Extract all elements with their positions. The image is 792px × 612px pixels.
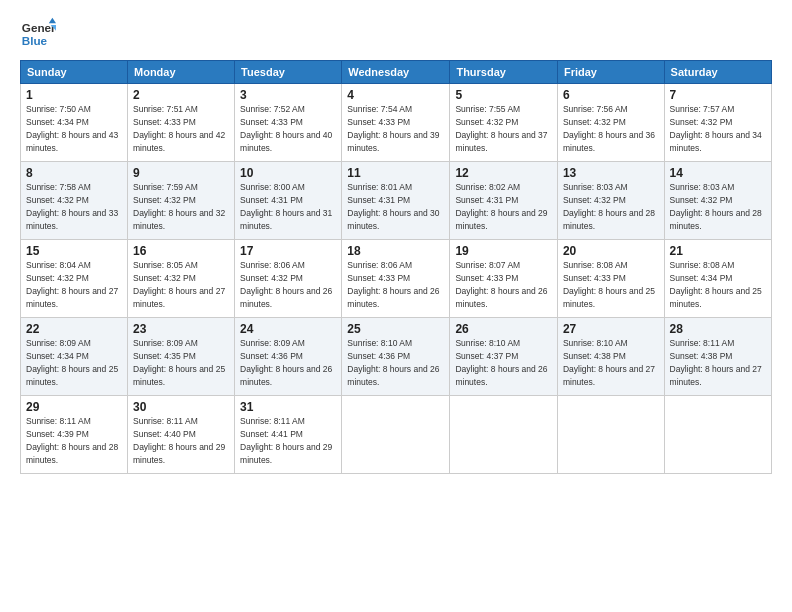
calendar-day-cell: 28 Sunrise: 8:11 AMSunset: 4:38 PMDaylig… bbox=[664, 318, 771, 396]
day-number: 2 bbox=[133, 88, 229, 102]
weekday-header: Friday bbox=[557, 61, 664, 84]
day-number: 19 bbox=[455, 244, 552, 258]
calendar-day-cell: 19 Sunrise: 8:07 AMSunset: 4:33 PMDaylig… bbox=[450, 240, 558, 318]
calendar-day-cell: 24 Sunrise: 8:09 AMSunset: 4:36 PMDaylig… bbox=[235, 318, 342, 396]
day-number: 10 bbox=[240, 166, 336, 180]
day-number: 9 bbox=[133, 166, 229, 180]
day-number: 21 bbox=[670, 244, 766, 258]
calendar-day-cell: 14 Sunrise: 8:03 AMSunset: 4:32 PMDaylig… bbox=[664, 162, 771, 240]
calendar-header-row: SundayMondayTuesdayWednesdayThursdayFrid… bbox=[21, 61, 772, 84]
calendar-week-row: 1 Sunrise: 7:50 AMSunset: 4:34 PMDayligh… bbox=[21, 84, 772, 162]
day-number: 18 bbox=[347, 244, 444, 258]
day-number: 20 bbox=[563, 244, 659, 258]
calendar-day-cell: 7 Sunrise: 7:57 AMSunset: 4:32 PMDayligh… bbox=[664, 84, 771, 162]
day-number: 14 bbox=[670, 166, 766, 180]
calendar-day-cell: 27 Sunrise: 8:10 AMSunset: 4:38 PMDaylig… bbox=[557, 318, 664, 396]
calendar-day-cell: 18 Sunrise: 8:06 AMSunset: 4:33 PMDaylig… bbox=[342, 240, 450, 318]
calendar-day-cell: 26 Sunrise: 8:10 AMSunset: 4:37 PMDaylig… bbox=[450, 318, 558, 396]
calendar-day-cell: 17 Sunrise: 8:06 AMSunset: 4:32 PMDaylig… bbox=[235, 240, 342, 318]
day-info: Sunrise: 8:08 AMSunset: 4:34 PMDaylight:… bbox=[670, 260, 762, 309]
day-number: 13 bbox=[563, 166, 659, 180]
day-info: Sunrise: 8:11 AMSunset: 4:40 PMDaylight:… bbox=[133, 416, 225, 465]
calendar-day-cell: 13 Sunrise: 8:03 AMSunset: 4:32 PMDaylig… bbox=[557, 162, 664, 240]
day-info: Sunrise: 8:06 AMSunset: 4:32 PMDaylight:… bbox=[240, 260, 332, 309]
day-number: 29 bbox=[26, 400, 122, 414]
weekday-header: Wednesday bbox=[342, 61, 450, 84]
day-info: Sunrise: 7:52 AMSunset: 4:33 PMDaylight:… bbox=[240, 104, 332, 153]
day-number: 1 bbox=[26, 88, 122, 102]
calendar-day-cell: 25 Sunrise: 8:10 AMSunset: 4:36 PMDaylig… bbox=[342, 318, 450, 396]
calendar-day-cell: 12 Sunrise: 8:02 AMSunset: 4:31 PMDaylig… bbox=[450, 162, 558, 240]
calendar-day-cell: 9 Sunrise: 7:59 AMSunset: 4:32 PMDayligh… bbox=[128, 162, 235, 240]
calendar-body: 1 Sunrise: 7:50 AMSunset: 4:34 PMDayligh… bbox=[21, 84, 772, 474]
day-info: Sunrise: 8:11 AMSunset: 4:38 PMDaylight:… bbox=[670, 338, 762, 387]
day-info: Sunrise: 7:59 AMSunset: 4:32 PMDaylight:… bbox=[133, 182, 225, 231]
day-info: Sunrise: 7:56 AMSunset: 4:32 PMDaylight:… bbox=[563, 104, 655, 153]
day-info: Sunrise: 7:51 AMSunset: 4:33 PMDaylight:… bbox=[133, 104, 225, 153]
day-number: 16 bbox=[133, 244, 229, 258]
day-info: Sunrise: 7:55 AMSunset: 4:32 PMDaylight:… bbox=[455, 104, 547, 153]
day-info: Sunrise: 8:09 AMSunset: 4:36 PMDaylight:… bbox=[240, 338, 332, 387]
day-info: Sunrise: 8:06 AMSunset: 4:33 PMDaylight:… bbox=[347, 260, 439, 309]
calendar-day-cell: 5 Sunrise: 7:55 AMSunset: 4:32 PMDayligh… bbox=[450, 84, 558, 162]
day-info: Sunrise: 8:03 AMSunset: 4:32 PMDaylight:… bbox=[670, 182, 762, 231]
day-info: Sunrise: 8:08 AMSunset: 4:33 PMDaylight:… bbox=[563, 260, 655, 309]
day-info: Sunrise: 8:11 AMSunset: 4:39 PMDaylight:… bbox=[26, 416, 118, 465]
logo: General Blue bbox=[20, 16, 56, 52]
day-info: Sunrise: 8:04 AMSunset: 4:32 PMDaylight:… bbox=[26, 260, 118, 309]
day-number: 27 bbox=[563, 322, 659, 336]
calendar-day-cell: 21 Sunrise: 8:08 AMSunset: 4:34 PMDaylig… bbox=[664, 240, 771, 318]
header: General Blue bbox=[20, 16, 772, 52]
calendar-day-cell: 30 Sunrise: 8:11 AMSunset: 4:40 PMDaylig… bbox=[128, 396, 235, 474]
weekday-header: Monday bbox=[128, 61, 235, 84]
day-info: Sunrise: 8:01 AMSunset: 4:31 PMDaylight:… bbox=[347, 182, 439, 231]
day-info: Sunrise: 8:10 AMSunset: 4:36 PMDaylight:… bbox=[347, 338, 439, 387]
calendar-day-cell: 1 Sunrise: 7:50 AMSunset: 4:34 PMDayligh… bbox=[21, 84, 128, 162]
day-info: Sunrise: 7:57 AMSunset: 4:32 PMDaylight:… bbox=[670, 104, 762, 153]
calendar-day-cell bbox=[450, 396, 558, 474]
day-number: 28 bbox=[670, 322, 766, 336]
weekday-header: Thursday bbox=[450, 61, 558, 84]
weekday-header: Tuesday bbox=[235, 61, 342, 84]
calendar-day-cell: 31 Sunrise: 8:11 AMSunset: 4:41 PMDaylig… bbox=[235, 396, 342, 474]
calendar-day-cell: 16 Sunrise: 8:05 AMSunset: 4:32 PMDaylig… bbox=[128, 240, 235, 318]
calendar-day-cell: 20 Sunrise: 8:08 AMSunset: 4:33 PMDaylig… bbox=[557, 240, 664, 318]
day-info: Sunrise: 7:50 AMSunset: 4:34 PMDaylight:… bbox=[26, 104, 118, 153]
day-info: Sunrise: 8:09 AMSunset: 4:34 PMDaylight:… bbox=[26, 338, 118, 387]
calendar-day-cell: 10 Sunrise: 8:00 AMSunset: 4:31 PMDaylig… bbox=[235, 162, 342, 240]
day-number: 17 bbox=[240, 244, 336, 258]
day-info: Sunrise: 8:02 AMSunset: 4:31 PMDaylight:… bbox=[455, 182, 547, 231]
day-number: 5 bbox=[455, 88, 552, 102]
day-number: 30 bbox=[133, 400, 229, 414]
page: General Blue SundayMondayTuesdayWednesda… bbox=[0, 0, 792, 612]
calendar-day-cell: 8 Sunrise: 7:58 AMSunset: 4:32 PMDayligh… bbox=[21, 162, 128, 240]
calendar-day-cell: 22 Sunrise: 8:09 AMSunset: 4:34 PMDaylig… bbox=[21, 318, 128, 396]
day-number: 12 bbox=[455, 166, 552, 180]
day-number: 26 bbox=[455, 322, 552, 336]
day-info: Sunrise: 8:00 AMSunset: 4:31 PMDaylight:… bbox=[240, 182, 332, 231]
day-info: Sunrise: 7:58 AMSunset: 4:32 PMDaylight:… bbox=[26, 182, 118, 231]
calendar-day-cell: 4 Sunrise: 7:54 AMSunset: 4:33 PMDayligh… bbox=[342, 84, 450, 162]
calendar-day-cell bbox=[664, 396, 771, 474]
day-info: Sunrise: 8:10 AMSunset: 4:38 PMDaylight:… bbox=[563, 338, 655, 387]
calendar-week-row: 29 Sunrise: 8:11 AMSunset: 4:39 PMDaylig… bbox=[21, 396, 772, 474]
calendar-day-cell bbox=[342, 396, 450, 474]
weekday-header: Saturday bbox=[664, 61, 771, 84]
calendar-table: SundayMondayTuesdayWednesdayThursdayFrid… bbox=[20, 60, 772, 474]
day-number: 22 bbox=[26, 322, 122, 336]
day-number: 15 bbox=[26, 244, 122, 258]
calendar-day-cell: 23 Sunrise: 8:09 AMSunset: 4:35 PMDaylig… bbox=[128, 318, 235, 396]
day-info: Sunrise: 8:09 AMSunset: 4:35 PMDaylight:… bbox=[133, 338, 225, 387]
calendar-day-cell: 29 Sunrise: 8:11 AMSunset: 4:39 PMDaylig… bbox=[21, 396, 128, 474]
day-number: 23 bbox=[133, 322, 229, 336]
day-info: Sunrise: 8:07 AMSunset: 4:33 PMDaylight:… bbox=[455, 260, 547, 309]
day-number: 3 bbox=[240, 88, 336, 102]
calendar-day-cell: 15 Sunrise: 8:04 AMSunset: 4:32 PMDaylig… bbox=[21, 240, 128, 318]
day-number: 24 bbox=[240, 322, 336, 336]
calendar-day-cell: 11 Sunrise: 8:01 AMSunset: 4:31 PMDaylig… bbox=[342, 162, 450, 240]
day-info: Sunrise: 8:05 AMSunset: 4:32 PMDaylight:… bbox=[133, 260, 225, 309]
calendar-week-row: 15 Sunrise: 8:04 AMSunset: 4:32 PMDaylig… bbox=[21, 240, 772, 318]
day-number: 31 bbox=[240, 400, 336, 414]
calendar-week-row: 8 Sunrise: 7:58 AMSunset: 4:32 PMDayligh… bbox=[21, 162, 772, 240]
day-number: 8 bbox=[26, 166, 122, 180]
